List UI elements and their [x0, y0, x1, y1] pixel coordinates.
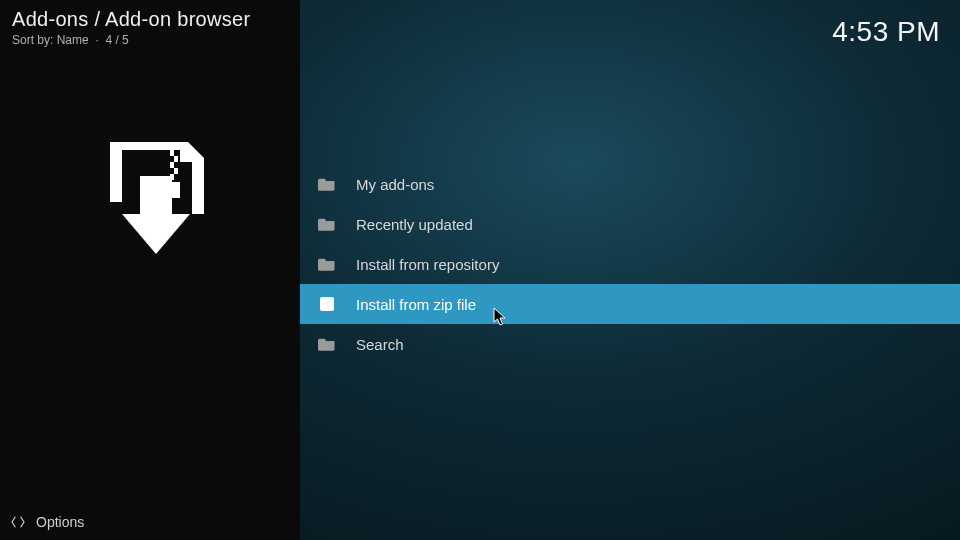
menu-item-my-addons[interactable]: My add-ons [300, 164, 960, 204]
position-counter: 4 / 5 [105, 33, 128, 47]
zip-file-icon [320, 297, 334, 311]
sort-info: Sort by: Name · 4 / 5 [12, 33, 288, 47]
menu-item-label: Recently updated [356, 216, 473, 233]
folder-icon [318, 337, 336, 351]
options-button[interactable]: Options [0, 504, 300, 540]
clock: 4:53 PM [832, 16, 940, 48]
folder-icon [318, 257, 336, 271]
menu-item-label: Install from zip file [356, 296, 476, 313]
menu-item-install-from-repository[interactable]: Install from repository [300, 244, 960, 284]
zip-download-artwork-icon [82, 138, 212, 258]
breadcrumb: Add-ons / Add-on browser [12, 8, 288, 31]
sidebar-panel: Add-ons / Add-on browser Sort by: Name ·… [0, 0, 300, 540]
menu-item-recently-updated[interactable]: Recently updated [300, 204, 960, 244]
addon-menu-list: My add-ons Recently updated Install from… [300, 164, 960, 364]
sort-label: Sort by: [12, 33, 53, 47]
menu-item-search[interactable]: Search [300, 324, 960, 364]
menu-item-label: Install from repository [356, 256, 499, 273]
menu-item-label: Search [356, 336, 404, 353]
options-toggle-icon [10, 514, 26, 530]
folder-icon [318, 217, 336, 231]
menu-item-label: My add-ons [356, 176, 434, 193]
folder-icon [318, 177, 336, 191]
sort-value: Name [57, 33, 89, 47]
options-label: Options [36, 514, 84, 530]
menu-item-install-from-zip[interactable]: Install from zip file [300, 284, 960, 324]
header: Add-ons / Add-on browser Sort by: Name ·… [0, 0, 300, 51]
